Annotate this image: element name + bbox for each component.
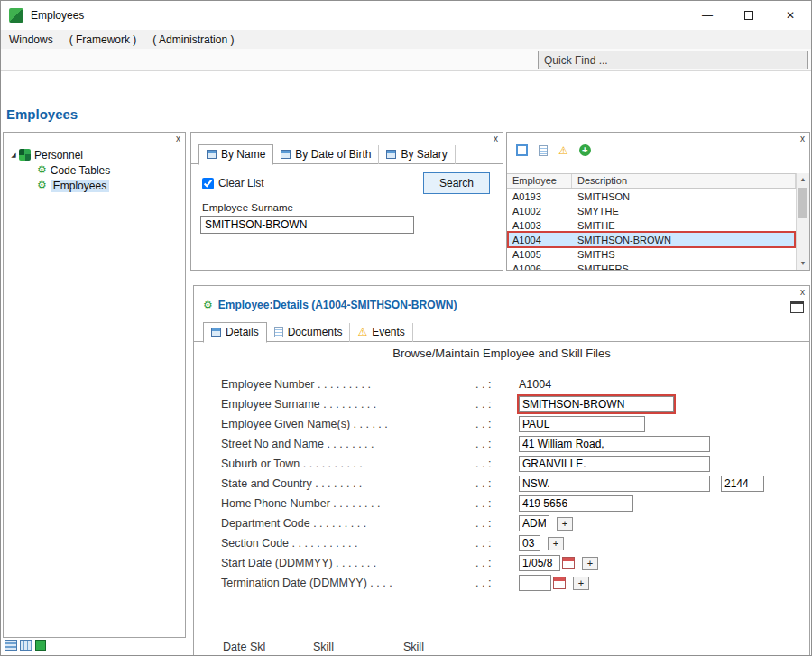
- start-date-input[interactable]: [519, 555, 560, 571]
- scroll-down-icon[interactable]: ▼: [797, 257, 809, 270]
- start-date-prompt-button[interactable]: +: [582, 557, 598, 570]
- status-bar: [5, 640, 46, 651]
- close-button[interactable]: ✕: [770, 1, 811, 30]
- search-button[interactable]: Search: [423, 172, 490, 194]
- postcode-input[interactable]: [721, 476, 764, 492]
- document-icon[interactable]: [539, 145, 548, 156]
- field-separator: . . :: [475, 577, 519, 589]
- cell-employee: A1004: [507, 233, 572, 247]
- field-label: Home Phone Number . . . . . . . .: [221, 497, 475, 510]
- window-title: Employees: [31, 9, 84, 22]
- window-icon: [211, 328, 221, 337]
- tab-by-name[interactable]: By Name: [198, 144, 273, 165]
- details-panel: x ⚙ Employee:Details (A1004-SMITHSON-BRO…: [193, 285, 810, 656]
- warning-icon[interactable]: ⚠: [558, 145, 568, 156]
- window-icon: [207, 150, 217, 159]
- calendar-icon[interactable]: [553, 577, 566, 589]
- tab-documents[interactable]: Documents: [267, 323, 351, 342]
- surname-label: Employee Surname: [202, 202, 293, 213]
- gear-icon: ⚙: [37, 180, 47, 191]
- close-icon[interactable]: x: [176, 134, 180, 144]
- table-row[interactable]: A1006 SMITHERS: [507, 262, 796, 270]
- window-icon: [281, 150, 291, 159]
- cell-employee: A1002: [507, 204, 572, 218]
- minimize-button[interactable]: —: [687, 1, 728, 30]
- add-icon[interactable]: +: [579, 144, 591, 156]
- green-status-icon[interactable]: [35, 640, 46, 651]
- scroll-up-icon[interactable]: ▲: [797, 173, 809, 186]
- menu-windows[interactable]: Windows: [1, 33, 61, 46]
- field-separator: . . :: [475, 398, 519, 411]
- tab-details[interactable]: Details: [203, 322, 267, 343]
- section-prompt-button[interactable]: +: [548, 537, 564, 550]
- table-row[interactable]: A1002 SMYTHE: [507, 204, 796, 218]
- quick-find-input[interactable]: [538, 51, 808, 69]
- close-icon[interactable]: x: [494, 134, 498, 144]
- clear-list-checkbox[interactable]: [202, 178, 214, 189]
- skill-col-header-skill1: Skill: [313, 641, 334, 653]
- table-row[interactable]: A1003 SMITHE: [507, 218, 796, 233]
- tab-by-date-of-birth[interactable]: By Date of Birth: [273, 145, 379, 164]
- department-input[interactable]: [519, 515, 549, 531]
- details-view-icon[interactable]: [516, 144, 528, 156]
- field-label: State and Country . . . . . . . .: [221, 477, 475, 490]
- col-employee[interactable]: Employee: [507, 174, 572, 188]
- field-separator: . . :: [475, 418, 519, 430]
- street-input[interactable]: [519, 436, 710, 452]
- termination-date-input[interactable]: [519, 575, 551, 591]
- clear-list-checkbox-row: Clear List: [202, 177, 264, 189]
- col-description[interactable]: Description: [572, 174, 796, 188]
- field-department: Department Code . . . . . . . . . . . : …: [221, 513, 802, 533]
- tab-events[interactable]: ⚠ Events: [350, 323, 412, 342]
- tab-by-salary[interactable]: By Salary: [379, 145, 455, 164]
- skill-col-header-date: Date Skl: [223, 641, 265, 653]
- maximize-button[interactable]: [728, 1, 770, 30]
- given-names-input[interactable]: [519, 416, 645, 432]
- table-row-selected[interactable]: A1004 SMITHSON-BROWN: [507, 233, 796, 247]
- close-icon[interactable]: x: [800, 287, 805, 298]
- warning-icon: ⚠: [357, 327, 367, 337]
- department-prompt-button[interactable]: +: [557, 517, 573, 531]
- tab-label: Details: [226, 326, 259, 338]
- tree-node-code-tables[interactable]: ⚙ Code Tables: [4, 162, 185, 178]
- field-separator: . . :: [475, 438, 519, 450]
- field-label: Section Code . . . . . . . . . . .: [221, 537, 475, 550]
- tab-label: By Date of Birth: [295, 148, 371, 161]
- menu-administration[interactable]: ( Administration ): [144, 33, 242, 46]
- expand-icon[interactable]: ◢: [8, 152, 19, 159]
- field-label: Termination Date (DDMMYY) . . . .: [221, 577, 475, 589]
- field-label: Employee Surname . . . . . . . . .: [221, 398, 475, 411]
- toolbar: [1, 49, 811, 71]
- tree-node-personnel[interactable]: ◢ Personnel: [4, 147, 185, 162]
- field-termination-date: Termination Date (DDMMYY) . . . . . . : …: [221, 573, 802, 593]
- table-view-icon[interactable]: [20, 640, 32, 651]
- table-row[interactable]: A0193 SMITHSON: [507, 189, 796, 204]
- scrollbar-thumb[interactable]: [798, 188, 807, 218]
- tab-label: Events: [372, 326, 405, 338]
- surname-input[interactable]: [519, 396, 674, 412]
- cell-employee: A1005: [507, 247, 572, 262]
- field-employee-surname: Employee Surname . . . . . . . . . . . :: [221, 394, 802, 414]
- close-icon[interactable]: x: [800, 134, 805, 144]
- section-input[interactable]: [519, 535, 540, 551]
- phone-input[interactable]: [519, 495, 633, 512]
- document-icon: [274, 327, 283, 337]
- restore-pane-button[interactable]: [790, 301, 804, 313]
- scrollbar[interactable]: ▲ ▼: [796, 173, 809, 270]
- details-title: Employee:Details (A1004-SMITHSON-BROWN): [218, 299, 457, 311]
- menu-framework[interactable]: ( Framework ): [61, 33, 145, 46]
- details-tabs: Details Documents ⚠ Events: [203, 322, 413, 342]
- surname-search-input[interactable]: [200, 216, 414, 234]
- table-row[interactable]: A1005 SMITHS: [507, 247, 796, 262]
- termination-date-prompt-button[interactable]: +: [573, 577, 589, 590]
- tab-label: By Salary: [401, 148, 447, 161]
- cell-description: SMITHSON-BROWN: [572, 233, 796, 247]
- calendar-icon[interactable]: [562, 557, 575, 569]
- form-subtitle: Browse/Maintain Employee and Skill Files: [194, 346, 809, 360]
- list-view-icon[interactable]: [5, 640, 17, 651]
- state-input[interactable]: [519, 476, 710, 492]
- tab-label: By Name: [221, 148, 265, 161]
- tree-node-employees[interactable]: ⚙ Employees: [4, 178, 185, 193]
- cell-employee: A1006: [507, 262, 572, 270]
- suburb-input[interactable]: [519, 456, 710, 472]
